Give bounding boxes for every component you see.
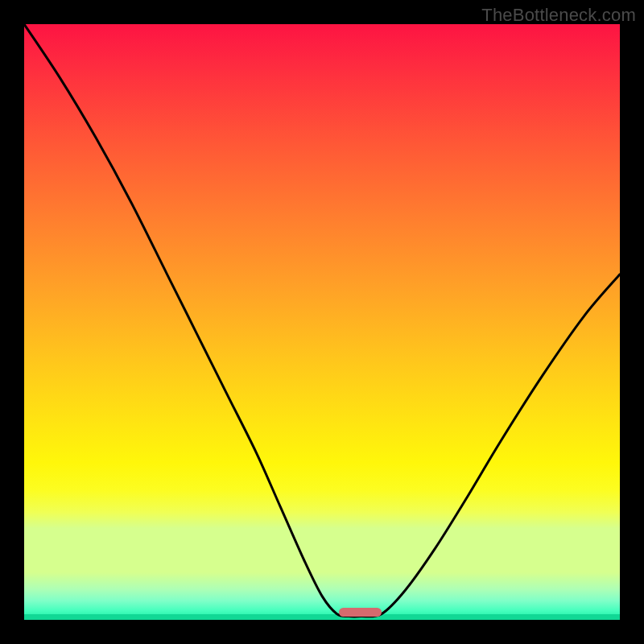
bottleneck-curve bbox=[24, 24, 620, 620]
optimum-marker bbox=[339, 608, 382, 617]
plot-area bbox=[24, 24, 620, 620]
chart-frame: TheBottleneck.com bbox=[0, 0, 644, 644]
watermark-text: TheBottleneck.com bbox=[481, 5, 636, 26]
